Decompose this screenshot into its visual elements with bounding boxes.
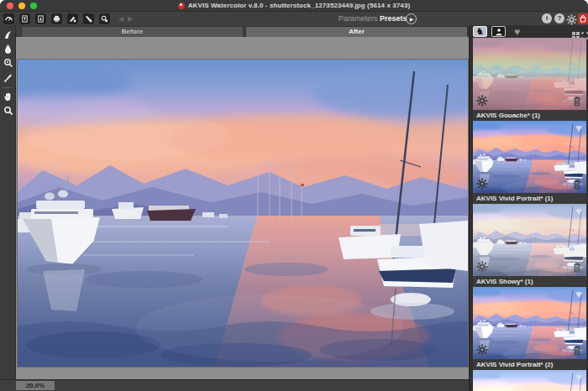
preset-thumbnail[interactable]: ♥: [473, 121, 586, 193]
thumbnail-view-icon[interactable]: [572, 28, 580, 35]
help-icon[interactable]: ?: [554, 13, 564, 23]
presets-list: AKVIS Gouache* (1) ♥ AKVIS Vivid Portrai…: [470, 38, 588, 391]
preset-item[interactable]: ♥ AKVIS Vivid Portrait* (2): [473, 287, 586, 370]
favorite-heart-icon[interactable]: ♥: [575, 206, 582, 216]
preset-item[interactable]: ♥ AKVIS Vivid Portrait* (1): [473, 121, 586, 204]
delete-trash-icon[interactable]: [572, 96, 582, 107]
window-title: AKVIS Watercolor v.8.0 - shutterstock_12…: [188, 2, 411, 9]
user-presets-icon[interactable]: [491, 26, 506, 37]
info-icon[interactable]: i: [542, 13, 552, 23]
gouache-tint-overlay: [473, 38, 586, 110]
hand-tool-icon[interactable]: [3, 91, 13, 102]
preset-thumbnail[interactable]: ♥: [473, 370, 586, 391]
preset-settings-gear-icon[interactable]: [476, 95, 488, 107]
status-bar: 20,0%: [0, 379, 469, 391]
redo-icon[interactable]: ▶: [126, 13, 134, 24]
akvis-logo-icon: [178, 3, 185, 9]
preset-settings-gear-icon[interactable]: [476, 344, 488, 356]
favorite-heart-icon[interactable]: ♥: [575, 123, 582, 133]
view-tab-bar: Before After: [16, 25, 469, 37]
preset-item[interactable]: ♥: [473, 370, 586, 391]
zoom-tool-icon[interactable]: [3, 105, 13, 116]
delete-trash-icon[interactable]: [572, 345, 582, 356]
preset-thumbnail[interactable]: ♥: [473, 287, 586, 359]
buy-icon[interactable]: [578, 13, 588, 24]
preset-label: AKVIS Showy* (1): [473, 276, 586, 287]
favorite-heart-icon[interactable]: ♥: [575, 372, 582, 383]
preset-thumbnail[interactable]: ♥: [473, 204, 586, 276]
print-icon[interactable]: [51, 13, 62, 24]
tab-after[interactable]: After: [245, 26, 468, 37]
import-icon[interactable]: [83, 13, 94, 24]
tab-presets[interactable]: Presets: [380, 12, 407, 26]
favorite-heart-icon[interactable]: ♥: [575, 289, 582, 300]
run-icon[interactable]: ▶: [406, 13, 417, 24]
preferences-gear-icon[interactable]: [566, 13, 577, 24]
delete-trash-icon[interactable]: [572, 262, 582, 273]
canvas-workspace: [16, 37, 469, 379]
tab-parameters[interactable]: Parameters: [339, 12, 378, 26]
undo-icon[interactable]: ◀: [117, 13, 125, 24]
akvis-presets-icon[interactable]: ♞: [473, 26, 487, 37]
tools-divider: [2, 87, 13, 88]
expand-view-icon[interactable]: [581, 28, 588, 35]
zoom-level-field[interactable]: 20,0%: [16, 381, 55, 390]
preset-label: AKVIS Gouache* (1): [473, 110, 586, 121]
tools-sidebar: [0, 25, 16, 379]
share-icon[interactable]: [67, 13, 78, 24]
main-toolbar: ◀ ▶ Parameters Presets ▶ i ?: [0, 11, 588, 25]
presets-header: ♞ ♥: [470, 25, 588, 38]
preset-label: AKVIS Vivid Portrait* (2): [473, 359, 586, 370]
presets-panel: ♞ ♥: [469, 25, 588, 391]
preset-settings-gear-icon[interactable]: [476, 261, 488, 273]
stroke-tool-icon[interactable]: [3, 29, 13, 39]
preset-label: AKVIS Vivid Portrait* (1): [473, 193, 586, 204]
preset-item[interactable]: ♥ AKVIS Showy* (1): [473, 204, 586, 287]
workspace-icon[interactable]: [3, 13, 14, 24]
app-window: AKVIS Watercolor v.8.0 - shutterstock_12…: [0, 0, 588, 391]
preset-settings-gear-icon[interactable]: [476, 178, 488, 190]
title-bar: AKVIS Watercolor v.8.0 - shutterstock_12…: [0, 0, 588, 11]
favorites-icon[interactable]: ♥: [510, 26, 524, 37]
blur-tool-icon[interactable]: [3, 43, 13, 54]
preset-thumbnail[interactable]: [473, 38, 586, 110]
tab-before[interactable]: Before: [21, 26, 244, 37]
save-image-icon[interactable]: [35, 13, 46, 24]
open-image-icon[interactable]: [19, 13, 30, 24]
window-title-wrap: AKVIS Watercolor v.8.0 - shutterstock_12…: [0, 0, 588, 11]
smudge-tool-icon[interactable]: [3, 71, 13, 82]
batch-icon[interactable]: [99, 13, 110, 24]
delete-trash-icon[interactable]: [572, 179, 582, 190]
after-image-canvas[interactable]: [18, 60, 468, 367]
preset-item[interactable]: AKVIS Gouache* (1): [473, 38, 586, 121]
history-brush-tool-icon[interactable]: [3, 57, 13, 68]
